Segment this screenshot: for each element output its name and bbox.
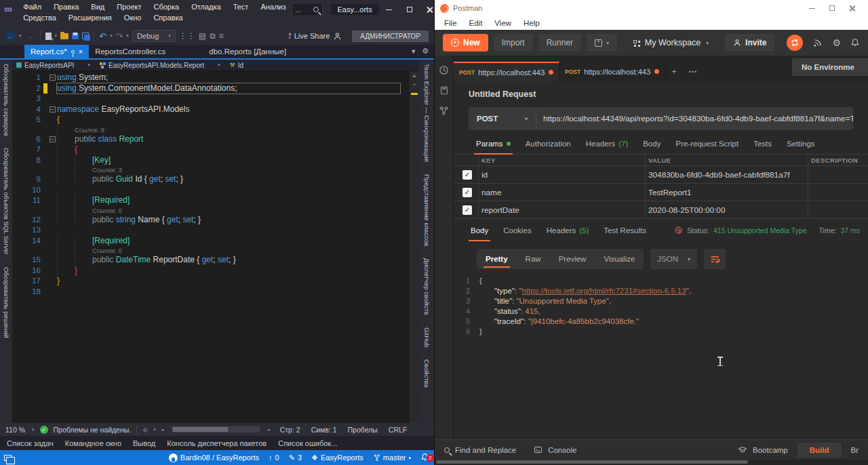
environment-selector[interactable]: No Environme: [792, 58, 868, 76]
vs-menu-item-1[interactable]: Правка: [48, 1, 84, 12]
document-tab-0[interactable]: Report.cs*×: [24, 45, 89, 58]
fold-collapse-icon[interactable]: −: [50, 75, 56, 81]
close-tab-icon[interactable]: ×: [79, 47, 83, 56]
request-name[interactable]: Untitled Request: [454, 81, 868, 102]
view-tab-visualize[interactable]: Visualize: [595, 249, 644, 269]
settings-gear-icon[interactable]: ⚙: [832, 37, 841, 48]
document-outline-icon[interactable]: ⧉: [210, 31, 216, 41]
param-key[interactable]: id: [478, 166, 645, 183]
import-button[interactable]: Import: [494, 34, 533, 52]
fold-collapse-icon[interactable]: −: [50, 106, 56, 113]
request-tab-1[interactable]: POSThttps://localhost:44349/api/re...: [559, 62, 665, 81]
response-tab-cookies[interactable]: Cookies: [496, 226, 539, 241]
breadcrumb-project[interactable]: EasyReportsAPI ▾: [16, 62, 97, 69]
view-tab-preview[interactable]: Preview: [550, 249, 595, 269]
invite-button[interactable]: Invite: [725, 34, 774, 52]
vs-menu-item-7[interactable]: Анализ: [255, 1, 291, 12]
request-tab-body[interactable]: Body: [635, 140, 668, 154]
apis-network-icon[interactable]: [439, 106, 449, 116]
scrollbar-thumb[interactable]: [436, 460, 748, 464]
param-description[interactable]: [808, 166, 868, 183]
capture-requests-icon[interactable]: [812, 38, 823, 48]
new-tab-button[interactable]: +: [665, 62, 683, 81]
redo-button[interactable]: ↷: [115, 31, 123, 41]
bottom-panel-tab-2[interactable]: Вывод: [133, 439, 155, 447]
maximize-button[interactable]: [822, 1, 842, 15]
pending-changes[interactable]: ✎ 3: [289, 453, 302, 462]
start-debug-icon[interactable]: ⋮⋮: [179, 31, 195, 41]
request-tab-params[interactable]: Params: [469, 140, 518, 154]
sync-button[interactable]: [787, 35, 803, 51]
vs-menu-item-3[interactable]: Проект: [111, 1, 146, 12]
right-panel-tab-3[interactable]: GitHub: [423, 327, 431, 348]
wrap-lines-button[interactable]: [704, 249, 726, 269]
request-tab-settings[interactable]: Settings: [779, 140, 823, 154]
param-description[interactable]: [808, 201, 868, 218]
bottom-panel-tab-0[interactable]: Список задач: [7, 439, 54, 447]
vs-menu-item-0[interactable]: Файл: [18, 1, 47, 12]
vs-menu-item-4[interactable]: Сборка: [148, 1, 184, 12]
postman-menu-3[interactable]: Help: [518, 19, 545, 27]
tab-options-button[interactable]: •••: [683, 62, 703, 81]
new-dropdown-icon[interactable]: ▾: [55, 33, 58, 39]
response-tab-body[interactable]: Body: [463, 226, 496, 241]
postman-menu-2[interactable]: View: [489, 19, 517, 27]
solution-selector[interactable]: ❖ EasyReports: [311, 453, 363, 462]
request-tab-headers[interactable]: Headers(7): [578, 140, 636, 154]
close-button[interactable]: [842, 1, 863, 15]
breadcrumb-type[interactable]: EasyReportsAPI.Models.Report ▾: [100, 62, 227, 69]
repository-status[interactable]: Bardin08 / EasyReports: [169, 453, 259, 462]
notifications-bell-icon[interactable]: [850, 38, 860, 47]
find-and-replace-button[interactable]: Find and Replace: [444, 446, 516, 454]
request-tab-tests[interactable]: Tests: [746, 140, 779, 154]
request-tab-0[interactable]: POSThttps://localhost:44349/api/re...: [454, 62, 559, 81]
spaces-indicator[interactable]: Пробелы: [348, 426, 378, 434]
breadcrumb-member[interactable]: ⚒ Id: [230, 62, 250, 69]
checkbox-checked-icon[interactable]: ✓: [462, 188, 472, 197]
save-button[interactable]: [72, 33, 79, 39]
param-key[interactable]: name: [478, 184, 645, 201]
vs-menu-item-r2-2[interactable]: Окно: [119, 12, 147, 23]
runner-button[interactable]: Runner: [538, 34, 581, 52]
scroll-up-icon[interactable]: ▴: [410, 81, 419, 87]
build-tab[interactable]: Build: [797, 443, 842, 458]
right-panel-tab-1[interactable]: Представление классов: [423, 174, 431, 246]
postman-menu-1[interactable]: Edit: [464, 19, 488, 27]
scrollbar-thumb[interactable]: [173, 427, 228, 432]
new-button[interactable]: + New: [443, 34, 488, 52]
checkbox-checked-icon[interactable]: ✓: [462, 170, 472, 180]
response-body-json[interactable]: 1{2"type": "https://tools.ietf.org/html/…: [454, 269, 868, 439]
url-input[interactable]: https://localhost:44349/api/reports?id=3…: [536, 114, 853, 123]
new-project-button[interactable]: [45, 33, 52, 40]
response-tab-headers[interactable]: Headers(5): [539, 226, 597, 241]
live-share-button[interactable]: ⤴ Live Share: [288, 32, 330, 40]
maximize-button[interactable]: [399, 3, 420, 16]
view-tab-pretty[interactable]: Pretty: [477, 249, 517, 269]
param-description[interactable]: [808, 184, 868, 201]
vs-menu-item-r2-0[interactable]: Средства: [18, 12, 62, 23]
vs-search-box[interactable]: ...: [292, 3, 323, 16]
param-value[interactable]: TestReport1: [645, 184, 808, 201]
bottom-panel-tab-1[interactable]: Командное окно: [65, 439, 121, 447]
codelens-references[interactable]: Ссылок: 8: [75, 126, 104, 134]
view-tab-raw[interactable]: Raw: [517, 249, 550, 269]
debug-configuration-dropdown[interactable]: Debug▾: [132, 30, 176, 42]
code-cleanup-icon[interactable]: ⟡: [142, 425, 148, 434]
editor-horizontal-scrollbar[interactable]: [172, 426, 260, 432]
notifications-button[interactable]: 2: [420, 453, 430, 462]
open-folder-button[interactable]: [60, 33, 68, 39]
ssl-warning-globe-icon[interactable]: [674, 226, 683, 235]
code-editor-content[interactable]: 1−using System;2using System.ComponentMo…: [12, 71, 410, 423]
pin-icon[interactable]: [71, 50, 75, 54]
right-panel-tab-4[interactable]: Свойства: [423, 359, 431, 388]
vs-menu-item-r2-3[interactable]: Справка: [148, 12, 188, 23]
fold-collapse-icon[interactable]: −: [50, 136, 56, 142]
new-window-button[interactable]: ▾: [587, 34, 617, 52]
vs-menu-item-r2-1[interactable]: Расширения: [63, 12, 117, 23]
request-tab-pre-request-script[interactable]: Pre-request Script: [669, 140, 747, 154]
left-panel-tab-0[interactable]: Обозреватель серверов: [3, 64, 10, 136]
chevron-down-icon[interactable]: ▾: [153, 427, 156, 432]
browse-tab[interactable]: Br: [851, 446, 859, 454]
format-dropdown[interactable]: JSON ▾: [650, 249, 697, 269]
zoom-level-dropdown[interactable]: 110 % ▾: [5, 426, 35, 434]
